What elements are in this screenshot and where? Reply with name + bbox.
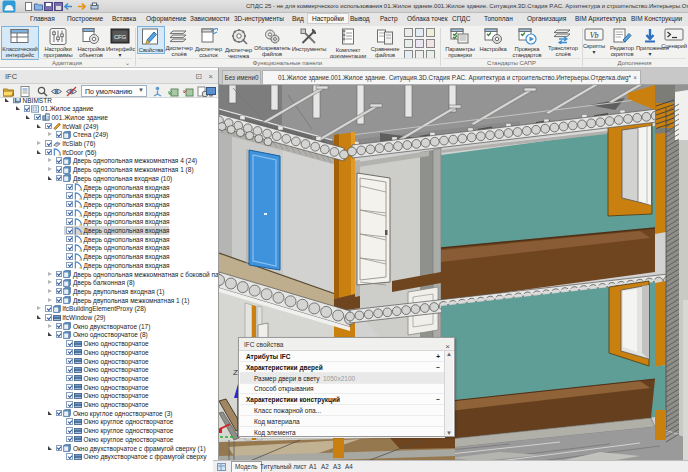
svg-text:Vb: Vb [590,31,599,40]
svg-text:CFG: CFG [114,34,127,40]
